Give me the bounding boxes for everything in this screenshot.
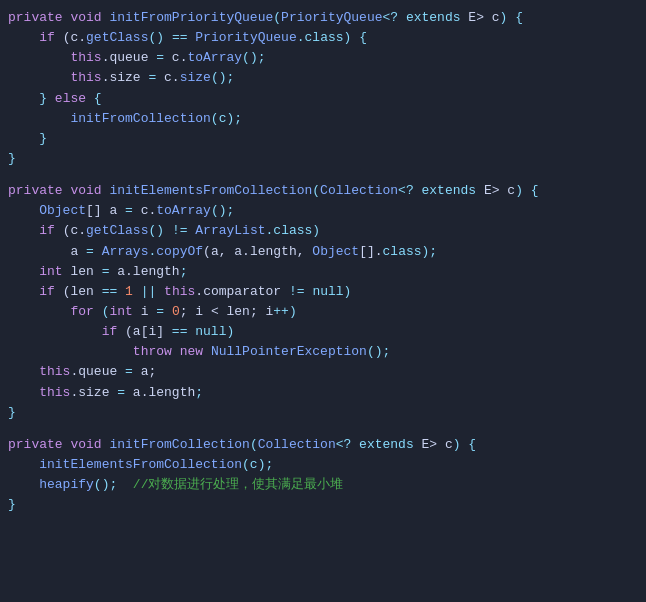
code-container: private void initFromPriorityQueue(Prior… [0, 0, 646, 523]
code-line: private void initFromPriorityQueue(Prior… [0, 8, 646, 28]
code-line: a = Arrays.copyOf(a, a.length, Object[].… [0, 242, 646, 262]
code-line: this.queue = c.toArray(); [0, 48, 646, 68]
code-line: for (int i = 0; i < len; i++) [0, 302, 646, 322]
code-line: } [0, 149, 646, 169]
code-line: int len = a.length; [0, 262, 646, 282]
code-line: } [0, 403, 646, 423]
code-line: heapify(); //对数据进行处理，使其满足最小堆 [0, 475, 646, 495]
code-line: } else { [0, 89, 646, 109]
code-line: initElementsFromCollection(c); [0, 455, 646, 475]
code-line: if (len == 1 || this.comparator != null) [0, 282, 646, 302]
code-line: if (a[i] == null) [0, 322, 646, 342]
code-line: Object[] a = c.toArray(); [0, 201, 646, 221]
code-line: } [0, 495, 646, 515]
empty-line [0, 169, 646, 181]
code-line: private void initFromCollection(Collecti… [0, 435, 646, 455]
code-line: this.queue = a; [0, 362, 646, 382]
code-line: private void initElementsFromCollection(… [0, 181, 646, 201]
method-initFromPriorityQueue: private void initFromPriorityQueue(Prior… [0, 8, 646, 169]
code-line: } [0, 129, 646, 149]
empty-line [0, 423, 646, 435]
code-line: if (c.getClass() == PriorityQueue.class)… [0, 28, 646, 48]
code-line: this.size = a.length; [0, 383, 646, 403]
code-line: if (c.getClass() != ArrayList.class) [0, 221, 646, 241]
code-line: this.size = c.size(); [0, 68, 646, 88]
method-initFromCollection: private void initFromCollection(Collecti… [0, 435, 646, 516]
method-initElementsFromCollection: private void initElementsFromCollection(… [0, 181, 646, 423]
code-line: initFromCollection(c); [0, 109, 646, 129]
code-line: throw new NullPointerException(); [0, 342, 646, 362]
